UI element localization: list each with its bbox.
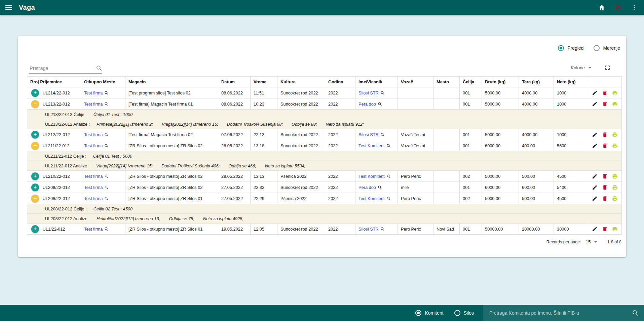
delete-button[interactable] xyxy=(602,101,608,107)
cell-tara: 500.00 xyxy=(519,171,554,182)
expand-row-button[interactable]: + xyxy=(31,225,39,233)
edit-button[interactable] xyxy=(592,173,598,179)
records-per-page-select[interactable]: 15 xyxy=(586,239,597,244)
cell-vreme: 13:18 xyxy=(251,140,277,151)
cell-actions xyxy=(588,129,622,140)
more-options-button[interactable] xyxy=(631,4,637,11)
expand-row-button[interactable]: + xyxy=(31,131,39,138)
column-header: Ćelija xyxy=(460,77,482,87)
edit-button[interactable] xyxy=(592,90,598,96)
power-button[interactable] xyxy=(615,4,622,11)
ime-vlasnik-link[interactable]: Test Komitent xyxy=(358,196,391,201)
content-card: Pregled Merenje Kolone xyxy=(18,36,626,257)
print-button[interactable] xyxy=(612,226,618,232)
ime-vlasnik-link[interactable]: Test Komitent xyxy=(358,174,391,179)
otkupno-mesto-link[interactable]: Test firma xyxy=(84,90,109,95)
detail-segments: Primese[2022][1] Izmereno 2;Vlaga[2022][… xyxy=(90,122,364,127)
detail-segment: Vlaga[2022][14] Izmereno 15; xyxy=(162,122,218,127)
cell-datum: 28.05.2022 xyxy=(218,140,251,151)
komitent-search-input[interactable] xyxy=(489,310,632,316)
delete-icon xyxy=(602,196,608,201)
page-background: Pregled Merenje Kolone xyxy=(0,15,644,305)
bottom-radio-group: Komitent Silos xyxy=(415,310,474,316)
radio-silos[interactable]: Silos xyxy=(454,310,474,316)
print-button[interactable] xyxy=(612,132,618,137)
otkupno-mesto-link[interactable]: Test firma xyxy=(84,196,109,201)
radio-merenje-label: Merenje xyxy=(603,45,620,51)
table-row: + UL209/22-012 Test firma [ZR Silos - ot… xyxy=(27,182,622,193)
print-button[interactable] xyxy=(612,196,618,201)
edit-button[interactable] xyxy=(592,132,598,137)
menu-icon[interactable] xyxy=(5,5,12,10)
print-button[interactable] xyxy=(612,173,618,179)
edit-button[interactable] xyxy=(592,185,598,190)
ime-vlasnik-link[interactable]: Test Komitent xyxy=(358,143,391,148)
cell-kultura: Suncokret rod 2022 xyxy=(277,140,325,151)
radio-pregled[interactable]: Pregled xyxy=(558,45,583,51)
table-row: − UL213/22-012 Test firma [Test firma] M… xyxy=(27,98,622,110)
cell-broj-prijemnice: UL208/22-012 xyxy=(40,193,81,204)
edit-button[interactable] xyxy=(592,143,598,149)
print-button[interactable] xyxy=(612,143,618,149)
delete-button[interactable] xyxy=(602,196,608,201)
cell-godina: 2022 xyxy=(325,193,355,204)
delete-button[interactable] xyxy=(602,143,608,149)
expand-row-button[interactable]: − xyxy=(31,100,39,108)
ime-vlasnik-link[interactable]: Pera doo xyxy=(358,185,382,190)
radio-selected-icon xyxy=(558,45,564,51)
expand-cell: − xyxy=(27,98,40,110)
search-input[interactable] xyxy=(29,65,96,71)
expand-row-button[interactable]: + xyxy=(31,89,39,97)
komitent-search-field xyxy=(483,305,644,321)
search-icon xyxy=(96,65,102,71)
edit-button[interactable] xyxy=(592,226,598,232)
expand-row-button[interactable]: + xyxy=(31,172,39,180)
delete-button[interactable] xyxy=(602,90,608,96)
columns-dropdown[interactable]: Kolone xyxy=(569,65,594,71)
detail-segments: Ćelija 01 Test : 1000 xyxy=(87,112,132,117)
otkupno-mesto-link[interactable]: Test firma xyxy=(84,102,109,107)
print-button[interactable] xyxy=(612,185,618,190)
cell-godina: 2022 xyxy=(325,171,355,182)
home-button[interactable] xyxy=(598,4,605,11)
delete-button[interactable] xyxy=(602,226,608,232)
print-button[interactable] xyxy=(612,90,618,96)
ime-vlasnik-link[interactable]: Pera doo xyxy=(358,102,382,107)
edit-icon xyxy=(592,185,598,190)
radio-merenje[interactable]: Merenje xyxy=(594,45,620,51)
otkupno-mesto-link[interactable]: Test firma xyxy=(84,132,109,137)
cell-magacin: [ZR Silos - otkupno mesto] ZR Silos 01 xyxy=(125,224,218,235)
delete-icon xyxy=(602,173,608,179)
otkupno-mesto-link[interactable]: Test firma xyxy=(84,174,109,179)
otkupno-mesto-link[interactable]: Test firma xyxy=(84,143,109,148)
expand-row-button[interactable]: + xyxy=(31,184,39,191)
ime-vlasnik-link[interactable]: Silosi STR xyxy=(358,227,385,232)
expand-row-button[interactable]: − xyxy=(31,142,39,150)
delete-button[interactable] xyxy=(602,132,608,137)
edit-button[interactable] xyxy=(592,101,598,107)
column-header: Vreme xyxy=(251,77,277,87)
edit-button[interactable] xyxy=(592,196,598,201)
detail-segment: Ćelija 02 Test : 4500 xyxy=(93,206,132,211)
magnifier-icon xyxy=(386,144,391,148)
cell-vozac: Pero Perić xyxy=(398,193,433,204)
table-row: + UL210/22-012 Test firma [ZR Silos - ot… xyxy=(27,171,622,182)
cell-otkupno-mesto: Test firma xyxy=(81,171,125,182)
expand-row-button[interactable]: − xyxy=(31,195,39,202)
print-icon xyxy=(612,90,618,96)
cell-tara: 500.00 xyxy=(519,193,554,204)
home-icon xyxy=(598,4,605,11)
ime-vlasnik-link[interactable]: Silosi STR xyxy=(358,132,385,137)
cell-magacin: [Test program silos] Test silos 02 xyxy=(125,87,218,98)
cell-magacin: [ZR Silos - otkupno mesto] ZR Silos 02 xyxy=(125,182,218,193)
cell-neto: 1000 xyxy=(554,129,588,140)
delete-button[interactable] xyxy=(602,173,608,179)
delete-button[interactable] xyxy=(602,185,608,190)
fullscreen-button[interactable] xyxy=(604,65,611,71)
otkupno-mesto-link[interactable]: Test firma xyxy=(84,185,109,190)
radio-komitent[interactable]: Komitent xyxy=(415,310,443,316)
ime-vlasnik-link[interactable]: Silosi STR xyxy=(358,90,385,95)
print-button[interactable] xyxy=(612,101,618,107)
cell-datum: 27.05.2022 xyxy=(218,193,251,204)
otkupno-mesto-link[interactable]: Test firma xyxy=(84,227,109,232)
